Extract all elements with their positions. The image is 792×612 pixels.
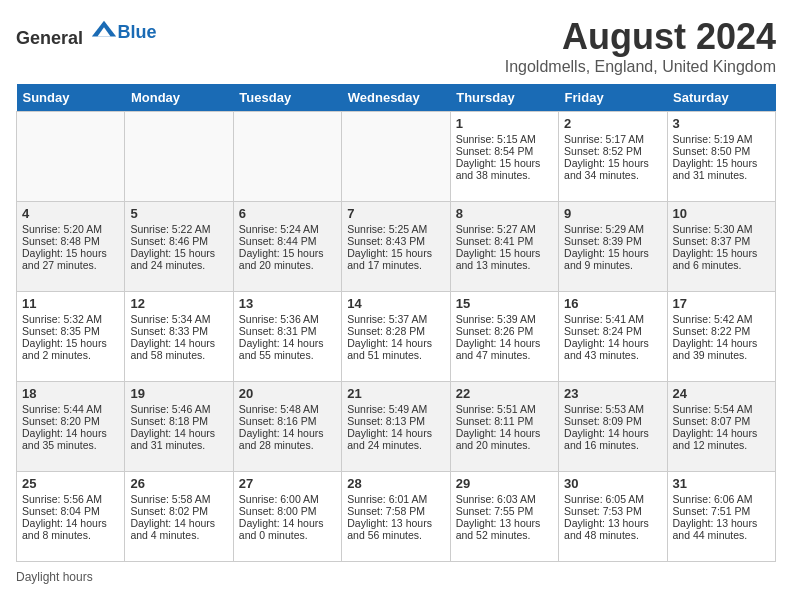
daylight-text: Daylight: 15 hours and 24 minutes. bbox=[130, 247, 227, 271]
sunrise-text: Sunrise: 6:06 AM bbox=[673, 493, 770, 505]
calendar-cell: 31Sunrise: 6:06 AMSunset: 7:51 PMDayligh… bbox=[667, 472, 775, 562]
calendar-cell: 21Sunrise: 5:49 AMSunset: 8:13 PMDayligh… bbox=[342, 382, 450, 472]
calendar-week-row: 1Sunrise: 5:15 AMSunset: 8:54 PMDaylight… bbox=[17, 112, 776, 202]
sunset-text: Sunset: 8:04 PM bbox=[22, 505, 119, 517]
day-number: 15 bbox=[456, 296, 553, 311]
calendar-cell: 30Sunrise: 6:05 AMSunset: 7:53 PMDayligh… bbox=[559, 472, 667, 562]
calendar-cell: 2Sunrise: 5:17 AMSunset: 8:52 PMDaylight… bbox=[559, 112, 667, 202]
sunset-text: Sunset: 8:16 PM bbox=[239, 415, 336, 427]
sunrise-text: Sunrise: 5:56 AM bbox=[22, 493, 119, 505]
sunset-text: Sunset: 8:37 PM bbox=[673, 235, 770, 247]
sunrise-text: Sunrise: 5:19 AM bbox=[673, 133, 770, 145]
day-number: 3 bbox=[673, 116, 770, 131]
day-number: 1 bbox=[456, 116, 553, 131]
sunset-text: Sunset: 8:11 PM bbox=[456, 415, 553, 427]
calendar-cell: 26Sunrise: 5:58 AMSunset: 8:02 PMDayligh… bbox=[125, 472, 233, 562]
day-of-week-header: Thursday bbox=[450, 84, 558, 112]
calendar-cell: 25Sunrise: 5:56 AMSunset: 8:04 PMDayligh… bbox=[17, 472, 125, 562]
calendar-cell: 24Sunrise: 5:54 AMSunset: 8:07 PMDayligh… bbox=[667, 382, 775, 472]
day-number: 31 bbox=[673, 476, 770, 491]
month-year: August 2024 bbox=[505, 16, 776, 58]
sunrise-text: Sunrise: 6:03 AM bbox=[456, 493, 553, 505]
sunrise-text: Sunrise: 5:24 AM bbox=[239, 223, 336, 235]
sunrise-text: Sunrise: 5:48 AM bbox=[239, 403, 336, 415]
sunrise-text: Sunrise: 5:53 AM bbox=[564, 403, 661, 415]
sunset-text: Sunset: 8:50 PM bbox=[673, 145, 770, 157]
sunset-text: Sunset: 8:26 PM bbox=[456, 325, 553, 337]
sunrise-text: Sunrise: 5:44 AM bbox=[22, 403, 119, 415]
sunset-text: Sunset: 8:07 PM bbox=[673, 415, 770, 427]
logo-blue: Blue bbox=[118, 22, 157, 42]
sunrise-text: Sunrise: 5:17 AM bbox=[564, 133, 661, 145]
day-number: 27 bbox=[239, 476, 336, 491]
day-of-week-header: Wednesday bbox=[342, 84, 450, 112]
sunset-text: Sunset: 8:31 PM bbox=[239, 325, 336, 337]
calendar-cell: 27Sunrise: 6:00 AMSunset: 8:00 PMDayligh… bbox=[233, 472, 341, 562]
sunset-text: Sunset: 7:55 PM bbox=[456, 505, 553, 517]
sunrise-text: Sunrise: 5:58 AM bbox=[130, 493, 227, 505]
day-number: 25 bbox=[22, 476, 119, 491]
calendar-cell: 6Sunrise: 5:24 AMSunset: 8:44 PMDaylight… bbox=[233, 202, 341, 292]
calendar-cell: 5Sunrise: 5:22 AMSunset: 8:46 PMDaylight… bbox=[125, 202, 233, 292]
day-number: 2 bbox=[564, 116, 661, 131]
day-number: 17 bbox=[673, 296, 770, 311]
calendar-cell: 1Sunrise: 5:15 AMSunset: 8:54 PMDaylight… bbox=[450, 112, 558, 202]
calendar-week-row: 25Sunrise: 5:56 AMSunset: 8:04 PMDayligh… bbox=[17, 472, 776, 562]
daylight-text: Daylight: 14 hours and 20 minutes. bbox=[456, 427, 553, 451]
sunset-text: Sunset: 8:44 PM bbox=[239, 235, 336, 247]
day-number: 20 bbox=[239, 386, 336, 401]
sunset-text: Sunset: 8:35 PM bbox=[22, 325, 119, 337]
calendar-cell: 11Sunrise: 5:32 AMSunset: 8:35 PMDayligh… bbox=[17, 292, 125, 382]
logo-icon bbox=[90, 16, 118, 44]
calendar-cell: 20Sunrise: 5:48 AMSunset: 8:16 PMDayligh… bbox=[233, 382, 341, 472]
sunset-text: Sunset: 7:51 PM bbox=[673, 505, 770, 517]
calendar-cell: 22Sunrise: 5:51 AMSunset: 8:11 PMDayligh… bbox=[450, 382, 558, 472]
daylight-text: Daylight: 14 hours and 43 minutes. bbox=[564, 337, 661, 361]
day-number: 12 bbox=[130, 296, 227, 311]
daylight-text: Daylight: 15 hours and 38 minutes. bbox=[456, 157, 553, 181]
sunrise-text: Sunrise: 6:01 AM bbox=[347, 493, 444, 505]
sunset-text: Sunset: 8:00 PM bbox=[239, 505, 336, 517]
sunset-text: Sunset: 8:46 PM bbox=[130, 235, 227, 247]
daylight-text: Daylight: 14 hours and 55 minutes. bbox=[239, 337, 336, 361]
day-number: 6 bbox=[239, 206, 336, 221]
sunset-text: Sunset: 8:02 PM bbox=[130, 505, 227, 517]
day-number: 22 bbox=[456, 386, 553, 401]
daylight-text: Daylight: 15 hours and 13 minutes. bbox=[456, 247, 553, 271]
calendar-week-row: 11Sunrise: 5:32 AMSunset: 8:35 PMDayligh… bbox=[17, 292, 776, 382]
daylight-text: Daylight: 14 hours and 12 minutes. bbox=[673, 427, 770, 451]
calendar-week-row: 4Sunrise: 5:20 AMSunset: 8:48 PMDaylight… bbox=[17, 202, 776, 292]
logo: General Blue bbox=[16, 16, 157, 49]
location: Ingoldmells, England, United Kingdom bbox=[505, 58, 776, 76]
sunrise-text: Sunrise: 5:54 AM bbox=[673, 403, 770, 415]
daylight-text: Daylight: 15 hours and 17 minutes. bbox=[347, 247, 444, 271]
sunset-text: Sunset: 8:13 PM bbox=[347, 415, 444, 427]
day-of-week-header: Monday bbox=[125, 84, 233, 112]
sunrise-text: Sunrise: 5:51 AM bbox=[456, 403, 553, 415]
sunset-text: Sunset: 7:58 PM bbox=[347, 505, 444, 517]
sunrise-text: Sunrise: 5:34 AM bbox=[130, 313, 227, 325]
sunrise-text: Sunrise: 5:37 AM bbox=[347, 313, 444, 325]
day-number: 16 bbox=[564, 296, 661, 311]
sunrise-text: Sunrise: 5:22 AM bbox=[130, 223, 227, 235]
daylight-text: Daylight: 15 hours and 31 minutes. bbox=[673, 157, 770, 181]
calendar-week-row: 18Sunrise: 5:44 AMSunset: 8:20 PMDayligh… bbox=[17, 382, 776, 472]
footer: Daylight hours bbox=[16, 570, 776, 584]
title-area: August 2024 Ingoldmells, England, United… bbox=[505, 16, 776, 76]
daylight-text: Daylight: 14 hours and 58 minutes. bbox=[130, 337, 227, 361]
calendar-cell: 4Sunrise: 5:20 AMSunset: 8:48 PMDaylight… bbox=[17, 202, 125, 292]
calendar-cell bbox=[342, 112, 450, 202]
day-number: 28 bbox=[347, 476, 444, 491]
daylight-text: Daylight: 15 hours and 27 minutes. bbox=[22, 247, 119, 271]
calendar-cell: 14Sunrise: 5:37 AMSunset: 8:28 PMDayligh… bbox=[342, 292, 450, 382]
day-number: 19 bbox=[130, 386, 227, 401]
sunrise-text: Sunrise: 6:00 AM bbox=[239, 493, 336, 505]
daylight-text: Daylight: 13 hours and 56 minutes. bbox=[347, 517, 444, 541]
sunrise-text: Sunrise: 5:36 AM bbox=[239, 313, 336, 325]
calendar-cell: 15Sunrise: 5:39 AMSunset: 8:26 PMDayligh… bbox=[450, 292, 558, 382]
calendar-cell: 3Sunrise: 5:19 AMSunset: 8:50 PMDaylight… bbox=[667, 112, 775, 202]
calendar-cell: 17Sunrise: 5:42 AMSunset: 8:22 PMDayligh… bbox=[667, 292, 775, 382]
calendar-cell: 7Sunrise: 5:25 AMSunset: 8:43 PMDaylight… bbox=[342, 202, 450, 292]
sunset-text: Sunset: 8:39 PM bbox=[564, 235, 661, 247]
page-header: General Blue August 2024 Ingoldmells, En… bbox=[16, 16, 776, 76]
